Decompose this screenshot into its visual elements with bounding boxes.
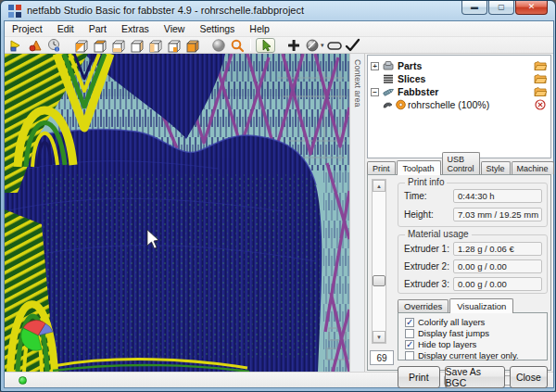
svg-text:i: i <box>57 46 57 51</box>
status-indicator-icon <box>19 376 27 385</box>
tab-print[interactable]: Print <box>367 161 396 174</box>
print-button[interactable]: Print <box>398 366 440 388</box>
panel-tab-strip: Print Toolpath USB Control Style Machine <box>367 158 555 174</box>
extruder3-value-field: 0.00 g / 0.00 <box>453 277 542 291</box>
extruder2-value-field: 0.00 g / 0.00 <box>453 259 542 273</box>
slider-down-icon[interactable]: ▼ <box>373 331 385 343</box>
client-area: Project Edit Part Extras View Settings H… <box>5 21 553 387</box>
tree-label: Fabbster <box>398 86 534 97</box>
save-as-bgc-button[interactable]: Save As BGC <box>445 366 505 388</box>
menu-edit[interactable]: Edit <box>50 22 82 35</box>
open-folder-icon[interactable] <box>534 73 547 84</box>
sub-tab-strip: Overrides Visualization <box>398 298 514 312</box>
menu-project[interactable]: Project <box>5 22 50 35</box>
menu-view[interactable]: View <box>157 22 193 35</box>
option-display-current-layer-only[interactable]: Display current layer only. <box>405 350 519 360</box>
tree-item-rohrschelle[interactable]: rohrschelle (100%) <box>368 98 550 111</box>
tree-item-parts[interactable]: + Parts <box>368 59 550 72</box>
view-cube-6-icon[interactable] <box>165 38 182 53</box>
view-cube-2-icon[interactable] <box>91 38 107 53</box>
close-panel-button[interactable]: Close <box>510 366 548 388</box>
material-usage-group: Material usage Extruder 1: 1.28 g / 0.06… <box>398 234 548 294</box>
context-area-strip[interactable]: Context area <box>349 54 365 372</box>
view-cube-1-icon[interactable] <box>72 38 89 53</box>
close-button[interactable]: ✕ <box>515 1 548 15</box>
menu-part[interactable]: Part <box>82 22 114 35</box>
layer-value-field[interactable]: 69 <box>370 350 394 365</box>
render-sphere-icon[interactable] <box>210 38 227 53</box>
menu-help[interactable]: Help <box>242 22 277 35</box>
extruder2-label: Extruder 2: <box>404 261 449 272</box>
collapse-icon[interactable]: − <box>371 88 379 96</box>
fabbster-icon <box>382 86 395 97</box>
extruder1-value-field: 1.28 g / 0.06 € <box>453 242 542 256</box>
parts-icon <box>382 60 395 71</box>
remove-icon[interactable] <box>534 99 547 110</box>
menu-extras[interactable]: Extras <box>114 22 157 35</box>
checkbox-icon[interactable] <box>405 351 414 360</box>
title-bar[interactable]: netfabb Studio Basic for fabbster 4.9 - … <box>1 1 555 21</box>
tab-toolpath[interactable]: Toolpath <box>397 160 441 175</box>
tab-usb-control[interactable]: USB Control <box>442 152 480 174</box>
select-cursor-icon[interactable] <box>256 38 275 53</box>
menu-settings[interactable]: Settings <box>192 22 242 35</box>
zoom-icon[interactable] <box>229 38 246 53</box>
expand-icon[interactable]: + <box>371 62 379 70</box>
slider-thumb[interactable] <box>373 275 385 286</box>
slice-donut-icon <box>395 99 407 110</box>
netfabb-logo-icon <box>8 5 21 18</box>
print-info-group: Print info Time: 0:44:30 h Height: 7.03 … <box>398 183 548 227</box>
minimize-button[interactable]: ▬ <box>461 1 487 15</box>
app-window: netfabb Studio Basic for fabbster 4.9 - … <box>0 0 556 392</box>
subtab-visualization[interactable]: Visualization <box>449 298 513 313</box>
extruder3-label: Extruder 3: <box>404 279 449 289</box>
tree-label: Slices <box>398 73 534 84</box>
subtab-overrides[interactable]: Overrides <box>398 299 449 312</box>
option-display-fast-jumps[interactable]: Display fast jumps <box>405 328 489 338</box>
open-folder-icon[interactable] <box>534 60 547 71</box>
slices-icon <box>382 73 395 84</box>
toolpath-tab-content: ▲ ▼ 69 Print info Time: 0:44:30 h Hei <box>367 174 551 371</box>
extruder1-label: Extruder 1: <box>404 244 449 254</box>
checkbox-icon[interactable] <box>405 318 414 327</box>
material-usage-title: Material usage <box>405 229 472 239</box>
layer-slider[interactable]: ▲ ▼ <box>372 179 386 344</box>
project-tree: + Parts Slices <box>367 55 551 158</box>
viewport-3d[interactable] <box>5 54 349 372</box>
context-area-label: Context area <box>353 59 362 107</box>
tree-item-fabbster[interactable]: − Fabbster <box>368 85 550 98</box>
print-info-title: Print info <box>405 177 447 187</box>
parts-library-icon[interactable] <box>27 38 44 53</box>
checkbox-icon[interactable] <box>405 329 414 338</box>
view-cube-5-icon[interactable] <box>146 38 163 53</box>
toolbar: i <box>5 37 553 54</box>
option-colorify-all-layers[interactable]: Colorify all layers <box>405 317 485 327</box>
open-project-icon[interactable] <box>8 38 25 53</box>
tool-options-caret-icon[interactable]: ▾ <box>321 42 324 49</box>
view-cube-3-icon[interactable] <box>109 38 126 53</box>
time-label: Time: <box>404 191 427 201</box>
tab-machine[interactable]: Machine <box>512 161 554 174</box>
apply-check-icon[interactable] <box>345 38 361 53</box>
measure-pill-icon[interactable] <box>326 38 343 53</box>
add-icon[interactable] <box>285 38 302 53</box>
option-hide-top-layers[interactable]: Hide top layers <box>405 339 476 349</box>
tab-style[interactable]: Style <box>481 161 511 174</box>
time-value-field: 0:44:30 h <box>453 189 542 203</box>
view-cube-4-icon[interactable] <box>128 38 145 53</box>
checkbox-icon[interactable] <box>405 340 414 349</box>
tree-item-slices[interactable]: Slices <box>368 72 550 85</box>
maximize-button[interactable]: ▢ <box>488 1 514 15</box>
window-title: netfabb Studio Basic for fabbster 4.9 - … <box>27 5 304 16</box>
slice-time-icon[interactable]: i <box>45 38 62 53</box>
height-value-field: 7.03 mm / 19.25 mm <box>453 208 542 221</box>
tree-label: Parts <box>398 60 534 71</box>
toolpath-part-icon <box>382 99 394 110</box>
action-buttons: Print Save As BGC Close <box>398 366 548 388</box>
slider-up-icon[interactable]: ▲ <box>373 180 385 192</box>
height-label: Height: <box>404 209 434 220</box>
right-panel: + Parts Slices <box>365 54 553 372</box>
open-folder-icon[interactable] <box>534 86 547 97</box>
view-cube-7-icon[interactable] <box>183 38 200 53</box>
tool-options-icon[interactable] <box>304 38 321 53</box>
